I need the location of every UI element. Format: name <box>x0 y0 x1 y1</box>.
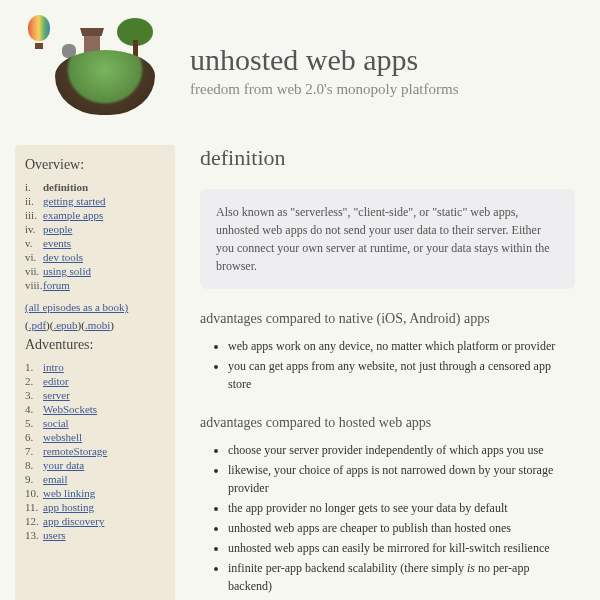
list-item: unhosted web apps are cheaper to publish… <box>228 519 575 537</box>
adventure-link[interactable]: server <box>43 389 70 401</box>
list-item: the app provider no longer gets to see y… <box>228 499 575 517</box>
overview-item-active: definition <box>43 181 88 193</box>
adventures-heading: Adventures: <box>25 337 165 353</box>
list-item: infinite per-app backend scalability (th… <box>228 559 575 595</box>
balloon-icon <box>28 15 50 49</box>
list-item: you can get apps from any website, not j… <box>228 357 575 393</box>
adventure-link[interactable]: webshell <box>43 431 82 443</box>
overview-heading: Overview: <box>25 157 165 173</box>
overview-link[interactable]: events <box>43 237 71 249</box>
adventure-link[interactable]: remoteStorage <box>43 445 107 457</box>
adventure-item: 9. email <box>25 473 165 485</box>
overview-item: viii. forum <box>25 279 165 291</box>
overview-item: iii. example apps <box>25 209 165 221</box>
list-item: web apps work on any device, no matter w… <box>228 337 575 355</box>
format-link[interactable]: .mobi <box>85 319 110 331</box>
logo-illustration <box>20 10 180 130</box>
heading-adv-hosted: advantages compared to hosted web apps <box>200 415 575 431</box>
adventure-link[interactable]: app discovery <box>43 515 104 527</box>
adventure-item: 7. remoteStorage <box>25 445 165 457</box>
formats-line: (.pdf)(.epub)(.mobi) <box>25 319 165 331</box>
overview-item: vii. using solid <box>25 265 165 277</box>
island-icon <box>55 50 155 115</box>
overview-link[interactable]: using solid <box>43 265 91 277</box>
format-link[interactable]: .epub <box>53 319 77 331</box>
overview-link[interactable]: people <box>43 223 72 235</box>
overview-link[interactable]: getting started <box>43 195 106 207</box>
adventure-item: 8. your data <box>25 459 165 471</box>
book-link[interactable]: (all episodes as a book) <box>25 301 128 313</box>
adventure-link[interactable]: app hosting <box>43 501 94 513</box>
overview-item: v. events <box>25 237 165 249</box>
main-content: definition Also known as "serverless", "… <box>175 145 600 600</box>
adventure-link[interactable]: intro <box>43 361 64 373</box>
adventure-link[interactable]: web linking <box>43 487 95 499</box>
heading-adv-native: advantages compared to native (iOS, Andr… <box>200 311 575 327</box>
adventure-item: 3. server <box>25 389 165 401</box>
adventure-link[interactable]: WebSockets <box>43 403 97 415</box>
adventure-item: 11. app hosting <box>25 501 165 513</box>
adventure-item: 2. editor <box>25 375 165 387</box>
adventure-link[interactable]: editor <box>43 375 69 387</box>
overview-link[interactable]: example apps <box>43 209 103 221</box>
sidebar: Overview: i. definitionii. getting start… <box>15 145 175 600</box>
page-subtitle: freedom from web 2.0's monopoly platform… <box>190 81 580 98</box>
adventure-item: 4. WebSockets <box>25 403 165 415</box>
overview-item: vi. dev tools <box>25 251 165 263</box>
overview-link[interactable]: forum <box>43 279 70 291</box>
adventure-item: 13. users <box>25 529 165 541</box>
list-item: choose your server provider independentl… <box>228 441 575 459</box>
adventure-item: 5. social <box>25 417 165 429</box>
overview-item: iv. people <box>25 223 165 235</box>
adventure-item: 1. intro <box>25 361 165 373</box>
adventure-link[interactable]: users <box>43 529 66 541</box>
adventure-link[interactable]: social <box>43 417 69 429</box>
format-link[interactable]: .pdf <box>29 319 46 331</box>
adventure-item: 6. webshell <box>25 431 165 443</box>
adventure-link[interactable]: your data <box>43 459 84 471</box>
adventure-item: 12. app discovery <box>25 515 165 527</box>
adventure-item: 10. web linking <box>25 487 165 499</box>
adventure-link[interactable]: email <box>43 473 67 485</box>
list-item: likewise, your choice of apps is not nar… <box>228 461 575 497</box>
definition-callout: Also known as "serverless", "client-side… <box>200 189 575 289</box>
page-title: unhosted web apps <box>190 43 580 77</box>
list-item: unhosted web apps can easily be mirrored… <box>228 539 575 557</box>
section-heading-definition: definition <box>200 145 575 171</box>
overview-link[interactable]: dev tools <box>43 251 83 263</box>
overview-item: i. definition <box>25 181 165 193</box>
header: unhosted web apps freedom from web 2.0's… <box>0 0 600 145</box>
overview-item: ii. getting started <box>25 195 165 207</box>
